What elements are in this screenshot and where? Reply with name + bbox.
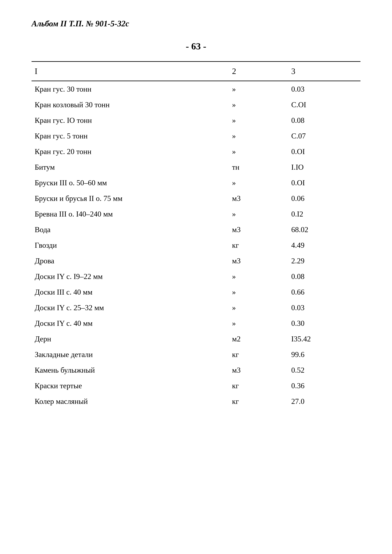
row-unit: » bbox=[229, 206, 288, 222]
header-title: Альбом II Т.П. № 901-5-32с bbox=[32, 19, 360, 28]
row-unit: м2 bbox=[229, 331, 288, 347]
row-name: Битум bbox=[32, 159, 229, 175]
row-unit: » bbox=[229, 128, 288, 144]
col-header-2: 2 bbox=[229, 62, 288, 81]
row-name: Колер масляный bbox=[32, 393, 229, 409]
table-row: Кран гус. 30 тонн»0.03 bbox=[32, 81, 360, 97]
table-row: Водам368.02 bbox=[32, 222, 360, 237]
row-value: I.IO bbox=[288, 159, 360, 175]
main-table: I 2 3 Кран гус. 30 тонн»0.03Кран козловы… bbox=[32, 61, 360, 409]
row-unit: » bbox=[229, 112, 288, 128]
row-unit: » bbox=[229, 316, 288, 331]
row-value: 0.OI bbox=[288, 175, 360, 190]
table-row: Гвоздикг4.49 bbox=[32, 237, 360, 253]
row-unit: » bbox=[229, 175, 288, 190]
row-value: 0.52 bbox=[288, 362, 360, 378]
row-value: 0.66 bbox=[288, 284, 360, 300]
row-value: 0.03 bbox=[288, 81, 360, 97]
table-row: Камень булыжныйм30.52 bbox=[32, 362, 360, 378]
table-row: Доски IY с. 25–32 мм»0.03 bbox=[32, 300, 360, 316]
row-value: 27.0 bbox=[288, 393, 360, 409]
row-unit: » bbox=[229, 144, 288, 159]
row-unit: м3 bbox=[229, 190, 288, 206]
row-name: Доски IY с. I9–22 мм bbox=[32, 269, 229, 284]
table-row: Бруски III о. 50–60 мм»0.OI bbox=[32, 175, 360, 190]
table-row: Дровам32.29 bbox=[32, 253, 360, 269]
table-row: Дернм2I35.42 bbox=[32, 331, 360, 347]
row-name: Доски IY с. 40 мм bbox=[32, 316, 229, 331]
row-value: 2.29 bbox=[288, 253, 360, 269]
row-name: Краски тертые bbox=[32, 378, 229, 393]
table-row: Кран гус. IO тонн»0.08 bbox=[32, 112, 360, 128]
row-name: Кран гус. 30 тонн bbox=[32, 81, 229, 97]
header: Альбом II Т.П. № 901-5-32с bbox=[32, 19, 360, 28]
table-row: Кран гус. 5 тонн»С.07 bbox=[32, 128, 360, 144]
row-value: 0.03 bbox=[288, 300, 360, 316]
table-row: Кран козловый 30 тонн»С.ОI bbox=[32, 97, 360, 112]
table-row: Краски тертыекг0.36 bbox=[32, 378, 360, 393]
row-value: I35.42 bbox=[288, 331, 360, 347]
row-unit: тн bbox=[229, 159, 288, 175]
row-unit: » bbox=[229, 300, 288, 316]
row-name: Вода bbox=[32, 222, 229, 237]
col-header-3: 3 bbox=[288, 62, 360, 81]
row-value: 0.06 bbox=[288, 190, 360, 206]
table-row: Доски IY с. I9–22 мм»0.08 bbox=[32, 269, 360, 284]
row-value: 0.08 bbox=[288, 112, 360, 128]
row-value: 99.6 bbox=[288, 347, 360, 362]
row-unit: м3 bbox=[229, 222, 288, 237]
row-unit: » bbox=[229, 97, 288, 112]
row-unit: кг bbox=[229, 378, 288, 393]
row-value: 0.I2 bbox=[288, 206, 360, 222]
row-name: Закладные детали bbox=[32, 347, 229, 362]
row-value: 4.49 bbox=[288, 237, 360, 253]
row-name: Кран гус. 20 тонн bbox=[32, 144, 229, 159]
row-value: 0.08 bbox=[288, 269, 360, 284]
row-name: Кран гус. IO тонн bbox=[32, 112, 229, 128]
row-value: 0.36 bbox=[288, 378, 360, 393]
table-row: Кран гус. 20 тонн»0.OI bbox=[32, 144, 360, 159]
row-unit: » bbox=[229, 269, 288, 284]
row-value: 68.02 bbox=[288, 222, 360, 237]
row-name: Кран гус. 5 тонн bbox=[32, 128, 229, 144]
row-unit: м3 bbox=[229, 253, 288, 269]
row-unit: » bbox=[229, 284, 288, 300]
row-name: Бруски III о. 50–60 мм bbox=[32, 175, 229, 190]
col-header-1: I bbox=[32, 62, 229, 81]
row-value: С.07 bbox=[288, 128, 360, 144]
row-name: Дерн bbox=[32, 331, 229, 347]
table-row: Бревна III о. I40–240 мм»0.I2 bbox=[32, 206, 360, 222]
row-unit: кг bbox=[229, 347, 288, 362]
row-name: Бруски и брусья II о. 75 мм bbox=[32, 190, 229, 206]
row-name: Доски III с. 40 мм bbox=[32, 284, 229, 300]
table-row: Бруски и брусья II о. 75 ммм30.06 bbox=[32, 190, 360, 206]
page-number: - 63 - bbox=[32, 41, 360, 52]
row-value: 0.OI bbox=[288, 144, 360, 159]
table-row: Колер масляныйкг27.0 bbox=[32, 393, 360, 409]
row-name: Дрова bbox=[32, 253, 229, 269]
table-row: Доски IY с. 40 мм»0.30 bbox=[32, 316, 360, 331]
row-unit: кг bbox=[229, 237, 288, 253]
row-unit: » bbox=[229, 81, 288, 97]
row-value: С.ОI bbox=[288, 97, 360, 112]
table-row: БитумтнI.IO bbox=[32, 159, 360, 175]
row-name: Гвозди bbox=[32, 237, 229, 253]
table-row: Закладные деталикг99.6 bbox=[32, 347, 360, 362]
row-unit: кг bbox=[229, 393, 288, 409]
row-name: Кран козловый 30 тонн bbox=[32, 97, 229, 112]
table-row: Доски III с. 40 мм»0.66 bbox=[32, 284, 360, 300]
row-unit: м3 bbox=[229, 362, 288, 378]
row-name: Камень булыжный bbox=[32, 362, 229, 378]
table-header-row: I 2 3 bbox=[32, 62, 360, 81]
row-name: Доски IY с. 25–32 мм bbox=[32, 300, 229, 316]
row-value: 0.30 bbox=[288, 316, 360, 331]
row-name: Бревна III о. I40–240 мм bbox=[32, 206, 229, 222]
